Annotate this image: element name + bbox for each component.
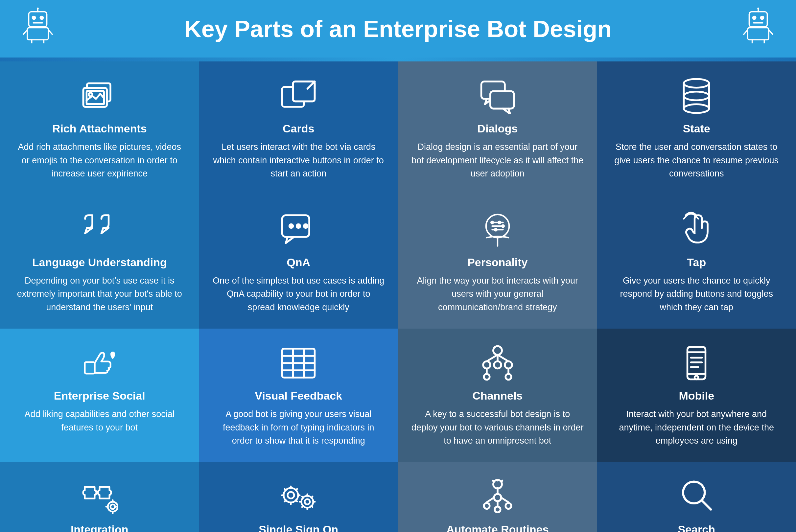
svg-line-91 bbox=[285, 489, 286, 490]
cell-search: Search Full text search across the entir… bbox=[597, 462, 796, 532]
cell-state: State Store the user and conversation st… bbox=[597, 61, 796, 195]
tap-icon bbox=[677, 210, 716, 249]
svg-point-38 bbox=[684, 104, 709, 113]
cell-mobile: Mobile Interact with your bot anywhere a… bbox=[597, 328, 796, 462]
integration-title: Integration bbox=[71, 523, 129, 532]
page-title: Key Parts of an Enterprise Bot Design bbox=[184, 16, 612, 42]
robot-icon-right bbox=[740, 7, 776, 50]
svg-line-117 bbox=[501, 480, 502, 481]
rich-attachments-title: Rich Attachments bbox=[52, 122, 147, 135]
cell-rich-attachments: Rich Attachments Add rich attachments li… bbox=[0, 61, 199, 195]
svg-point-13 bbox=[760, 16, 764, 20]
search-title: Search bbox=[678, 523, 715, 532]
search-icon-cell bbox=[677, 477, 716, 516]
personality-title: Personality bbox=[467, 256, 528, 269]
automate-icon bbox=[478, 477, 517, 516]
personality-desc: Align the way your bot interacts with yo… bbox=[411, 274, 584, 314]
svg-line-119 bbox=[702, 500, 711, 510]
mobile-title: Mobile bbox=[679, 390, 714, 402]
svg-rect-6 bbox=[27, 27, 48, 40]
language-icon bbox=[80, 210, 119, 249]
svg-line-69 bbox=[497, 355, 508, 361]
svg-point-36 bbox=[684, 79, 709, 88]
qna-icon bbox=[279, 210, 318, 249]
tap-title: Tap bbox=[687, 256, 706, 269]
visual-feedback-desc: A good bot is giving your users visual f… bbox=[212, 407, 385, 448]
svg-line-101 bbox=[302, 496, 303, 498]
divider bbox=[0, 57, 796, 61]
cards-title: Cards bbox=[283, 122, 314, 135]
svg-line-116 bbox=[493, 480, 493, 481]
cell-sso: Single Sign On Single Sign On capabiliti… bbox=[199, 462, 398, 532]
svg-line-94 bbox=[285, 500, 286, 501]
cell-personality: Personality Align the way your bot inter… bbox=[398, 195, 597, 329]
svg-point-61 bbox=[493, 346, 502, 355]
svg-point-80 bbox=[110, 505, 115, 509]
cell-enterprise-social: Enterprise Social Add liking capabilitie… bbox=[0, 328, 199, 462]
svg-point-51 bbox=[502, 225, 504, 227]
robot-icon-left bbox=[20, 7, 56, 50]
rich-attachments-desc: Add rich attachments like pictures, vide… bbox=[13, 140, 186, 180]
svg-line-110 bbox=[501, 497, 508, 502]
svg-point-37 bbox=[684, 92, 709, 100]
channels-desc: A key to a successful bot design is to d… bbox=[411, 407, 584, 448]
cell-cards: Cards Let users interact with the bot vi… bbox=[199, 61, 398, 195]
enterprise-social-title: Enterprise Social bbox=[54, 390, 145, 402]
language-desc: Depending on your bot's use case it is e… bbox=[13, 274, 186, 314]
sso-title: Single Sign On bbox=[259, 523, 338, 532]
svg-rect-0 bbox=[29, 12, 47, 27]
svg-rect-54 bbox=[85, 362, 95, 374]
cell-automate: Automate Routines Let the bot do repetit… bbox=[398, 462, 597, 532]
svg-point-107 bbox=[494, 494, 501, 501]
svg-line-102 bbox=[311, 506, 312, 507]
rich-attachments-icon bbox=[80, 76, 119, 116]
svg-point-62 bbox=[483, 361, 490, 369]
page-wrapper: Key Parts of an Enterprise Bot Design bbox=[0, 0, 796, 532]
cell-visual-feedback: Visual Feedback A good bot is giving you… bbox=[199, 328, 398, 462]
svg-line-108 bbox=[487, 497, 494, 502]
svg-line-103 bbox=[311, 496, 312, 498]
qna-title: QnA bbox=[287, 256, 310, 269]
svg-point-43 bbox=[297, 224, 300, 228]
svg-point-96 bbox=[305, 499, 310, 505]
visual-feedback-icon bbox=[279, 343, 318, 383]
svg-point-63 bbox=[494, 361, 501, 369]
cell-integration: Integration Make your bot aware of exist… bbox=[0, 462, 199, 532]
svg-point-5 bbox=[37, 7, 39, 10]
tap-desc: Give your users the chance to quickly re… bbox=[610, 274, 783, 314]
svg-point-113 bbox=[506, 503, 511, 509]
svg-rect-11 bbox=[749, 12, 767, 27]
svg-point-64 bbox=[505, 361, 512, 369]
personality-icon bbox=[478, 210, 517, 249]
mobile-icon bbox=[677, 343, 716, 383]
language-title: Language Understanding bbox=[32, 256, 167, 269]
svg-rect-17 bbox=[748, 27, 769, 40]
cell-channels: Channels A key to a successful bot desig… bbox=[398, 328, 597, 462]
state-title: State bbox=[683, 122, 710, 135]
cards-desc: Let users interact with the bot via card… bbox=[212, 140, 385, 180]
sso-icon bbox=[279, 477, 318, 516]
svg-point-42 bbox=[289, 224, 293, 228]
mobile-desc: Interact with your bot anywhere and anyt… bbox=[610, 407, 783, 448]
svg-point-75 bbox=[695, 376, 698, 380]
svg-point-49 bbox=[491, 221, 493, 224]
svg-point-111 bbox=[484, 503, 490, 509]
svg-point-112 bbox=[495, 506, 500, 512]
channels-icon bbox=[478, 343, 517, 383]
visual-feedback-title: Visual Feedback bbox=[255, 390, 342, 402]
state-desc: Store the user and conversation states t… bbox=[610, 140, 783, 180]
svg-line-67 bbox=[487, 355, 497, 361]
svg-line-93 bbox=[296, 489, 297, 490]
integration-icon bbox=[80, 477, 119, 516]
cell-tap: Tap Give your users the chance to quickl… bbox=[597, 195, 796, 329]
header: Key Parts of an Enterprise Bot Design bbox=[0, 0, 796, 57]
svg-point-1 bbox=[32, 16, 36, 20]
automate-title: Automate Routines bbox=[446, 523, 549, 532]
svg-point-52 bbox=[495, 228, 497, 231]
dialogs-desc: Dialog design is an essential part of yo… bbox=[411, 140, 584, 180]
svg-rect-34 bbox=[490, 91, 514, 109]
cell-language: Language Understanding Depending on your… bbox=[0, 195, 199, 329]
svg-point-44 bbox=[304, 224, 308, 228]
dialogs-icon bbox=[478, 76, 517, 116]
svg-point-12 bbox=[752, 16, 757, 20]
